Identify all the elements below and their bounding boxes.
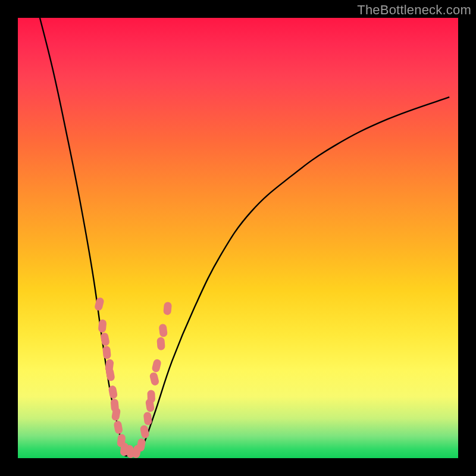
marker-point	[158, 324, 168, 337]
marker-point	[136, 438, 146, 452]
marker-point	[105, 367, 115, 381]
marker-point	[94, 297, 105, 312]
marker-point	[149, 372, 159, 386]
marker-point	[151, 358, 162, 372]
marker-group	[94, 297, 172, 459]
marker-point	[102, 346, 111, 359]
marker-point	[100, 332, 110, 346]
plot-area	[18, 18, 458, 458]
marker-point	[143, 412, 152, 425]
chart-svg	[18, 18, 458, 458]
curve-group	[40, 18, 449, 456]
marker-point	[140, 425, 150, 439]
marker-point	[108, 385, 118, 399]
bottleneck-curve	[40, 18, 449, 456]
marker-point	[163, 302, 172, 315]
marker-point	[156, 337, 165, 350]
outer-frame: TheBottleneck.com	[0, 0, 476, 476]
marker-point	[113, 420, 123, 434]
marker-point	[147, 390, 155, 403]
watermark-text: TheBottleneck.com	[357, 2, 471, 18]
